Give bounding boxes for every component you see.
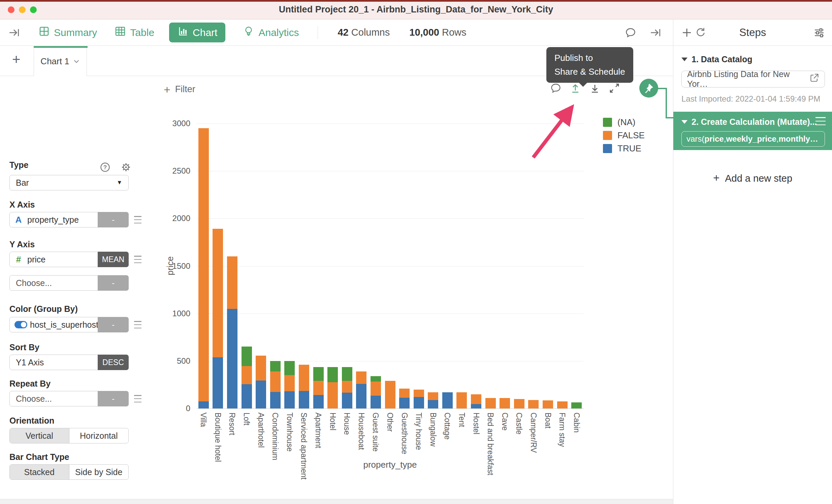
- bar-segment-false[interactable]: [370, 382, 381, 396]
- step2-header[interactable]: 2. Create Calculation (Mutate)...: [681, 117, 817, 127]
- bar-segment-false[interactable]: [328, 382, 338, 409]
- bar-segment-true[interactable]: [227, 309, 237, 409]
- bar-segment-false[interactable]: [499, 398, 510, 409]
- bar-segment-false[interactable]: [227, 256, 237, 309]
- download-icon[interactable]: [589, 82, 601, 94]
- gear-icon[interactable]: [120, 162, 132, 174]
- close-window-button[interactable]: [8, 6, 15, 13]
- bar-segment-false[interactable]: [199, 128, 209, 401]
- legend-item[interactable]: (NA): [603, 116, 645, 129]
- bar-segment-false[interactable]: [342, 381, 352, 393]
- bar-segment-(na)[interactable]: [328, 367, 338, 382]
- orientation-horizontal-option[interactable]: Horizontal: [69, 428, 129, 443]
- bar-segment-false[interactable]: [414, 390, 424, 397]
- bar-segment-true[interactable]: [342, 393, 352, 409]
- bar-segment-true[interactable]: [471, 404, 482, 409]
- step1-source-box[interactable]: Airbnb Listing Data for New Yor…: [681, 71, 825, 87]
- tab-analytics[interactable]: Analytics: [243, 26, 299, 39]
- bar-segment-(na)[interactable]: [370, 376, 381, 382]
- bar-segment-(na)[interactable]: [284, 361, 295, 375]
- bar-type-sidebyside-option[interactable]: Side by Side: [69, 465, 129, 479]
- orientation-vertical-option[interactable]: Vertical: [10, 428, 69, 443]
- step2-expression[interactable]: vars(price, weekly_price, monthly…: [681, 131, 825, 147]
- add-filter-button[interactable]: + Filter: [164, 84, 196, 94]
- add-step-icon[interactable]: [680, 26, 694, 39]
- legend-item[interactable]: TRUE: [603, 142, 645, 155]
- bar-segment-true[interactable]: [199, 401, 209, 409]
- bar-type-stacked-option[interactable]: Stacked: [10, 465, 69, 479]
- bar-segment-false[interactable]: [284, 375, 295, 391]
- bar-segment-false[interactable]: [485, 398, 496, 409]
- bar-segment-true[interactable]: [442, 392, 453, 409]
- refresh-icon[interactable]: [694, 26, 707, 39]
- collapse-sidebar-icon[interactable]: [7, 26, 21, 39]
- pin-chart-button[interactable]: [639, 79, 658, 97]
- x-axis-field[interactable]: A property_type -: [9, 212, 129, 227]
- bar-segment-(na)[interactable]: [571, 402, 582, 409]
- horizontal-scrollbar[interactable]: [0, 499, 673, 504]
- sort-direction-badge[interactable]: DESC: [98, 355, 129, 370]
- steps-settings-icon[interactable]: [812, 26, 826, 39]
- bar-segment-true[interactable]: [313, 395, 324, 409]
- y-axis-field[interactable]: # price MEAN: [9, 252, 129, 267]
- add-new-step-button[interactable]: +Add a new step: [673, 172, 832, 185]
- bar-segment-true[interactable]: [241, 384, 252, 409]
- bar-segment-true[interactable]: [299, 391, 309, 409]
- bar-segment-(na)[interactable]: [241, 346, 252, 366]
- step2-menu-icon[interactable]: [815, 117, 826, 125]
- bar-segment-false[interactable]: [212, 229, 223, 357]
- bar-segment-false[interactable]: [514, 399, 524, 409]
- y2-axis-field[interactable]: Choose... -: [9, 275, 129, 291]
- color-badge[interactable]: -: [98, 317, 129, 332]
- repeat-by-badge[interactable]: -: [98, 391, 129, 407]
- bar-segment-false[interactable]: [385, 381, 395, 409]
- bar-segment-true[interactable]: [370, 396, 381, 409]
- chart-comment-icon[interactable]: [550, 82, 562, 94]
- bar-segment-(na)[interactable]: [342, 367, 352, 381]
- new-chart-tab-button[interactable]: +: [12, 53, 21, 66]
- y-axis-aggregate-badge[interactable]: MEAN: [98, 252, 129, 267]
- step1-header[interactable]: 1. Data Catalog: [681, 55, 753, 64]
- legend-item[interactable]: FALSE: [603, 129, 645, 142]
- bar-segment-true[interactable]: [399, 398, 410, 409]
- comment-icon[interactable]: [624, 26, 637, 39]
- bar-segment-false[interactable]: [471, 394, 482, 404]
- step2-panel[interactable]: 2. Create Calculation (Mutate)... vars(p…: [673, 112, 832, 150]
- minimize-window-button[interactable]: [19, 6, 26, 13]
- bar-segment-true[interactable]: [356, 384, 366, 409]
- collapse-right-icon[interactable]: [649, 26, 662, 39]
- tab-summary[interactable]: Summary: [38, 26, 97, 39]
- tab-table[interactable]: Table: [114, 26, 154, 39]
- bar-segment-true[interactable]: [270, 392, 281, 409]
- color-field[interactable]: host_is_superhost -: [9, 317, 129, 332]
- bar-segment-false[interactable]: [457, 392, 467, 409]
- bar-segment-false[interactable]: [299, 365, 309, 391]
- y2-axis-badge[interactable]: -: [98, 275, 129, 291]
- bar-segment-false[interactable]: [399, 389, 410, 398]
- bar-segment-true[interactable]: [256, 381, 266, 409]
- repeat-by-field[interactable]: Choose... -: [9, 391, 129, 407]
- bar-segment-true[interactable]: [212, 357, 223, 409]
- sort-by-field[interactable]: Y1 Axis DESC: [9, 355, 129, 370]
- bar-segment-(na)[interactable]: [313, 367, 324, 381]
- bar-segment-false[interactable]: [528, 400, 539, 409]
- bar-segment-false[interactable]: [356, 371, 366, 384]
- chart-tab-active[interactable]: Chart 1: [34, 46, 87, 76]
- bar-segment-false[interactable]: [428, 392, 438, 400]
- bar-segment-(na)[interactable]: [270, 361, 281, 371]
- bar-segment-false[interactable]: [241, 366, 252, 384]
- bar-segment-false[interactable]: [313, 381, 324, 395]
- bar-segment-false[interactable]: [270, 371, 281, 392]
- zoom-window-button[interactable]: [30, 6, 37, 13]
- x-axis-window-badge[interactable]: -: [98, 212, 129, 227]
- bar-segment-true[interactable]: [428, 400, 438, 409]
- bar-segment-true[interactable]: [284, 391, 295, 409]
- bar-segment-true[interactable]: [414, 397, 424, 409]
- bar-segment-false[interactable]: [256, 356, 266, 380]
- external-link-icon[interactable]: [809, 73, 819, 85]
- bar-segment-false[interactable]: [557, 401, 568, 409]
- tab-chart[interactable]: Chart: [169, 23, 225, 43]
- help-icon[interactable]: ?: [99, 162, 111, 174]
- chart-type-select[interactable]: Bar ▼: [9, 175, 129, 190]
- bar-segment-false[interactable]: [543, 400, 553, 409]
